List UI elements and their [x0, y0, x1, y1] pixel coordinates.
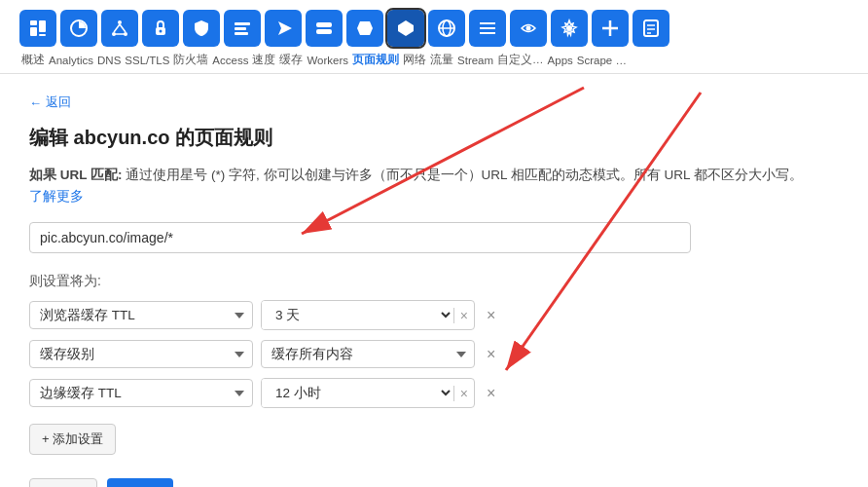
svg-line-8 [114, 24, 120, 32]
nav-label-col-analytics: Analytics [47, 55, 95, 66]
nav-label-workers[interactable]: Workers [305, 55, 350, 66]
nav-icon-apps[interactable] [592, 10, 629, 47]
nav-label-overview[interactable]: 概述 [19, 53, 47, 67]
cancel-button[interactable]: 取消 [29, 478, 97, 487]
nav-label-access[interactable]: Access [210, 55, 250, 66]
nav-col-dns [101, 10, 138, 47]
nav-icon-access[interactable] [224, 10, 261, 47]
page-description: 如果 URL 匹配: 通过使用星号 (*) 字符, 你可以创建与许多（而不只是一… [29, 165, 808, 206]
setting-right-2[interactable]: 缓存所有内容 无查询字符串 忽略查询字符串 [261, 340, 475, 368]
setting-left-3[interactable]: 边缘缓存 TTL 浏览器缓存 TTL 缓存级别 [29, 379, 253, 407]
nav-label-network[interactable]: 网络 [401, 53, 428, 67]
settings-row-2: 缓存级别 浏览器缓存 TTL 边缘缓存 TTL 缓存所有内容 无查询字符串 忽略… [29, 340, 808, 368]
nav-label-speed[interactable]: 速度 [250, 53, 277, 67]
nav-col-speed [265, 10, 302, 47]
setting-left-1[interactable]: 浏览器缓存 TTL 缓存级别 边缘缓存 TTL [29, 301, 253, 329]
nav-label-stream[interactable]: Stream [455, 55, 495, 66]
top-nav: 概述 Analytics DNS SSL/TLS 防火墙 Access 速度 缓… [0, 0, 868, 74]
nav-label-col-scrape: Scrape … [575, 55, 629, 66]
nav-label-apps[interactable]: Apps [546, 55, 575, 66]
nav-col-custom [551, 10, 588, 47]
back-arrow: ← [29, 95, 42, 110]
settings-row-1: 浏览器缓存 TTL 缓存级别 边缘缓存 TTL 3 天 1 天 7 天 × × [29, 300, 808, 330]
back-link[interactable]: ← 返回 [29, 94, 71, 111]
nav-label-custom[interactable]: 自定义… [495, 53, 546, 67]
nav-label-cache[interactable]: 缓存 [277, 53, 305, 67]
nav-label-ssl[interactable]: SSL/TLS [123, 55, 171, 66]
svg-point-27 [526, 26, 531, 31]
svg-rect-0 [30, 20, 37, 25]
nav-icon-ssl[interactable] [142, 10, 179, 47]
nav-label-col-pagerules: 页面规则 [350, 53, 401, 67]
nav-label-col-workers: Workers [305, 55, 350, 66]
page-content: ← 返回 编辑 abcyun.co 的页面规则 如果 URL 匹配: 通过使用星… [0, 74, 837, 487]
setting-right-1-x[interactable]: × [453, 308, 474, 323]
nav-icon-speed[interactable] [265, 10, 302, 47]
nav-col-cache [306, 10, 343, 47]
nav-icon-network[interactable] [428, 10, 465, 47]
setting-right-1[interactable]: 3 天 1 天 7 天 [262, 301, 453, 329]
desc-suffix: , 你可以创建与许多（而不只是一个）URL 相匹配的动态模式。所有 URL 都不… [256, 168, 803, 182]
nav-icon-scrape[interactable] [633, 10, 669, 47]
nav-icon-analytics[interactable] [60, 10, 97, 47]
nav-label-firewall[interactable]: 防火墙 [171, 53, 210, 67]
nav-icon-cache[interactable] [306, 10, 343, 47]
back-label: 返回 [46, 94, 71, 111]
nav-label-col-firewall: 防火墙 [171, 53, 210, 67]
nav-label-dns[interactable]: DNS [95, 55, 123, 66]
nav-icon-workers[interactable] [346, 10, 383, 47]
setting-right-3[interactable]: 12 小时 1 小时 24 小时 [262, 379, 453, 407]
remove-row-3[interactable]: × [483, 386, 499, 401]
nav-col-pagerules [387, 10, 424, 47]
nav-label-row: 概述 Analytics DNS SSL/TLS 防火墙 Access 速度 缓… [19, 51, 849, 73]
setting-left-2[interactable]: 缓存级别 浏览器缓存 TTL 边缘缓存 TTL [29, 340, 253, 368]
svg-point-28 [566, 25, 572, 31]
setting-right-3-container: 12 小时 1 小时 24 小时 × [261, 378, 475, 408]
nav-col-overview [19, 10, 56, 47]
svg-line-9 [120, 24, 126, 32]
nav-col-access [224, 10, 261, 47]
svg-rect-14 [235, 27, 246, 30]
svg-rect-3 [39, 34, 46, 36]
nav-icon-overview[interactable] [19, 10, 56, 47]
nav-label-col-access: Access [210, 55, 250, 66]
nav-label-col-traffic: 流量 [428, 53, 455, 67]
nav-icon-dns[interactable] [101, 10, 138, 47]
svg-rect-13 [235, 22, 250, 25]
nav-label-pagerules[interactable]: 页面规则 [350, 53, 401, 67]
nav-icon-traffic[interactable] [469, 10, 506, 47]
learn-more-link[interactable]: 了解更多 [29, 189, 84, 204]
remove-row-1[interactable]: × [483, 308, 499, 323]
page-title: 编辑 abcyun.co 的页面规则 [29, 125, 808, 151]
nav-label-scrape[interactable]: Scrape … [575, 55, 629, 66]
nav-icon-pagerules[interactable] [387, 10, 424, 47]
nav-label-col-overview: 概述 [19, 53, 47, 67]
nav-col-network [428, 10, 465, 47]
settings-row-3: 边缘缓存 TTL 浏览器缓存 TTL 缓存级别 12 小时 1 小时 24 小时… [29, 378, 808, 408]
svg-point-5 [118, 20, 122, 24]
nav-label-analytics[interactable]: Analytics [47, 55, 95, 66]
remove-row-2[interactable]: × [483, 347, 499, 362]
nav-col-apps [592, 10, 629, 47]
svg-point-12 [160, 30, 163, 33]
nav-icon-custom[interactable] [551, 10, 588, 47]
url-input[interactable] [29, 222, 691, 253]
nav-label-col-ssl: SSL/TLS [123, 55, 171, 66]
setting-right-3-x[interactable]: × [453, 386, 474, 401]
svg-marker-20 [398, 20, 414, 36]
save-button[interactable]: 保存 [107, 478, 173, 487]
add-setting-button[interactable]: + 添加设置 [29, 424, 116, 455]
svg-marker-19 [357, 21, 373, 35]
nav-col-analytics [60, 10, 97, 47]
nav-col-firewall [183, 10, 220, 47]
nav-label-col-speed: 速度 [250, 53, 277, 67]
svg-rect-18 [316, 29, 332, 34]
nav-label-traffic[interactable]: 流量 [428, 53, 455, 67]
nav-icon-stream[interactable] [510, 10, 547, 47]
nav-col-scrape [633, 10, 669, 47]
nav-icon-firewall[interactable] [183, 10, 220, 47]
nav-label-col-cache: 缓存 [277, 53, 305, 67]
nav-label-col-stream: Stream [455, 55, 495, 66]
desc-bold: 通过使用星号 (*) 字符 [126, 168, 256, 182]
setting-right-1-container: 3 天 1 天 7 天 × [261, 300, 475, 330]
